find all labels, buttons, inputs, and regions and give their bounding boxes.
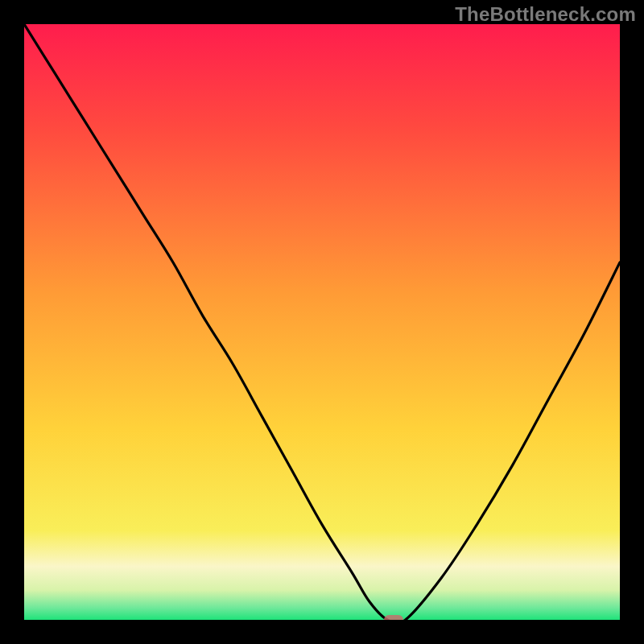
- plot-area: [24, 24, 620, 620]
- chart-frame: TheBottleneck.com: [0, 0, 644, 644]
- bottleneck-curve: [24, 24, 620, 620]
- watermark-text: TheBottleneck.com: [455, 3, 636, 26]
- optimum-marker: [384, 615, 403, 620]
